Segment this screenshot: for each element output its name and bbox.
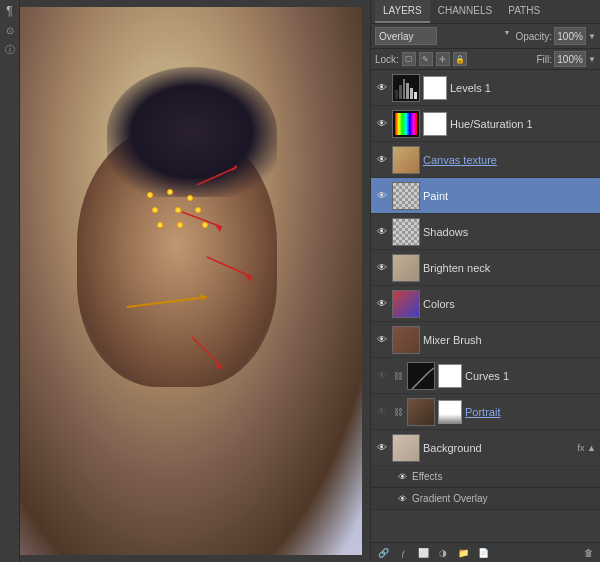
mask-portrait: [438, 400, 462, 424]
lock-fill-row: Lock: ☐ ✎ ✛ 🔒 Fill: ▼: [371, 49, 600, 70]
layer-name-mixer: Mixer Brush: [423, 334, 596, 346]
blend-opacity-row: Overlay Normal Multiply Screen Soft Ligh…: [371, 24, 600, 49]
thumb-portrait: [407, 398, 435, 426]
layer-item-paint[interactable]: 👁 Paint: [371, 178, 600, 214]
fill-arrow[interactable]: ▼: [588, 55, 596, 64]
canvas-image: [7, 7, 362, 555]
thumb-huesat: [392, 110, 420, 138]
layer-name-portrait: Portrait: [465, 406, 596, 418]
eye-icon-colors[interactable]: 👁: [375, 297, 389, 311]
gradient-overlay-label: Gradient Overlay: [412, 493, 488, 504]
layer-item-huesat[interactable]: 👁 Hue/Saturation 1: [371, 106, 600, 142]
layer-name-curves1: Curves 1: [465, 370, 596, 382]
lock-image-icon[interactable]: ✎: [419, 52, 433, 66]
mask-levels1: [423, 76, 447, 100]
group-icon[interactable]: 📁: [455, 545, 471, 561]
lock-position-icon[interactable]: ✛: [436, 52, 450, 66]
link-layers-icon[interactable]: 🔗: [375, 545, 391, 561]
gradient-overlay-item: 👁 Gradient Overlay: [371, 488, 600, 510]
layer-name-levels1: Levels 1: [450, 82, 596, 94]
info-tool-icon[interactable]: ⓘ: [5, 43, 15, 57]
mask-curves1: [438, 364, 462, 388]
layer-item-portrait[interactable]: 👁 ⛓ Portrait: [371, 394, 600, 430]
layers-panel: LAYERS CHANNELS PATHS Overlay Normal Mul…: [370, 0, 600, 562]
layer-name-colors: Colors: [423, 298, 596, 310]
canvas-area: ¶ ⊙ ⓘ: [0, 0, 370, 562]
lock-label: Lock:: [375, 54, 399, 65]
thumb-brighten: [392, 254, 420, 282]
eye-icon-huesat[interactable]: 👁: [375, 117, 389, 131]
effects-group-item: 👁 Effects: [371, 466, 600, 488]
thumb-colors: [392, 290, 420, 318]
eye-icon-portrait[interactable]: 👁: [375, 405, 389, 419]
panel-bottom-bar: 🔗 f ⬜ ◑ 📁 📄 🗑: [371, 542, 600, 562]
thumb-mixer: [392, 326, 420, 354]
thumb-background: [392, 434, 420, 462]
tab-layers[interactable]: LAYERS: [375, 0, 430, 23]
eye-icon-levels1[interactable]: 👁: [375, 81, 389, 95]
move-tool-icon[interactable]: ⊙: [6, 25, 14, 36]
layer-name-canvas: Canvas texture: [423, 154, 596, 166]
eye-icon-canvas[interactable]: 👁: [375, 153, 389, 167]
adjustment-icon[interactable]: ◑: [435, 545, 451, 561]
opacity-input[interactable]: [554, 27, 586, 45]
opacity-control: Opacity: ▼: [515, 27, 596, 45]
layer-name-brighten: Brighten neck: [423, 262, 596, 274]
tab-paths[interactable]: PATHS: [500, 0, 548, 23]
eye-icon-effects[interactable]: 👁: [395, 470, 409, 484]
layer-item-colors[interactable]: 👁 Colors: [371, 286, 600, 322]
thumb-shadows: [392, 218, 420, 246]
layer-item-levels1[interactable]: 👁 Levels 1: [371, 70, 600, 106]
layer-item-curves1[interactable]: 👁 ⛓ Curves 1: [371, 358, 600, 394]
layer-name-shadows: Shadows: [423, 226, 596, 238]
mask-icon[interactable]: ⬜: [415, 545, 431, 561]
lock-all-icon[interactable]: 🔒: [453, 52, 467, 66]
eye-icon-shadows[interactable]: 👁: [375, 225, 389, 239]
paragraph-tool-icon[interactable]: ¶: [6, 4, 12, 18]
fill-input[interactable]: [554, 51, 586, 67]
eye-icon-brighten[interactable]: 👁: [375, 261, 389, 275]
eye-icon-paint[interactable]: 👁: [375, 189, 389, 203]
link-icon-curves: ⛓: [392, 370, 404, 382]
tab-channels[interactable]: CHANNELS: [430, 0, 500, 23]
layer-item-mixer[interactable]: 👁 Mixer Brush: [371, 322, 600, 358]
fill-control: Fill: ▼: [537, 51, 596, 67]
eye-icon-curves1[interactable]: 👁: [375, 369, 389, 383]
thumb-curves1: [407, 362, 435, 390]
blend-mode-wrapper: Overlay Normal Multiply Screen Soft Ligh…: [375, 27, 512, 45]
thumb-paint: [392, 182, 420, 210]
thumb-canvas: [392, 146, 420, 174]
effects-label: Effects: [412, 471, 442, 482]
layer-name-background: Background: [423, 442, 575, 454]
delete-layer-icon[interactable]: 🗑: [580, 545, 596, 561]
thumb-levels1: [392, 74, 420, 102]
mask-huesat: [423, 112, 447, 136]
opacity-arrow[interactable]: ▼: [588, 32, 596, 41]
layers-list: 👁 Levels 1 👁: [371, 70, 600, 542]
opacity-label: Opacity:: [515, 31, 552, 42]
fx-icon[interactable]: f: [395, 545, 411, 561]
eye-icon-mixer[interactable]: 👁: [375, 333, 389, 347]
fill-label: Fill:: [537, 54, 553, 65]
new-layer-icon[interactable]: 📄: [475, 545, 491, 561]
layer-item-shadows[interactable]: 👁 Shadows: [371, 214, 600, 250]
eye-icon-gradient[interactable]: 👁: [395, 492, 409, 506]
layer-name-paint: Paint: [423, 190, 596, 202]
layer-name-huesat: Hue/Saturation 1: [450, 118, 596, 130]
layer-item-brighten[interactable]: 👁 Brighten neck: [371, 250, 600, 286]
link-icon-portrait: ⛓: [392, 406, 404, 418]
layer-item-canvas[interactable]: 👁 Canvas texture: [371, 142, 600, 178]
panel-tabs: LAYERS CHANNELS PATHS: [371, 0, 600, 24]
fx-badge-background: fx ▲: [578, 443, 596, 453]
eye-icon-background[interactable]: 👁: [375, 441, 389, 455]
layer-item-background[interactable]: 👁 Background fx ▲: [371, 430, 600, 466]
blend-mode-select[interactable]: Overlay Normal Multiply Screen Soft Ligh…: [375, 27, 437, 45]
lock-transparent-icon[interactable]: ☐: [402, 52, 416, 66]
